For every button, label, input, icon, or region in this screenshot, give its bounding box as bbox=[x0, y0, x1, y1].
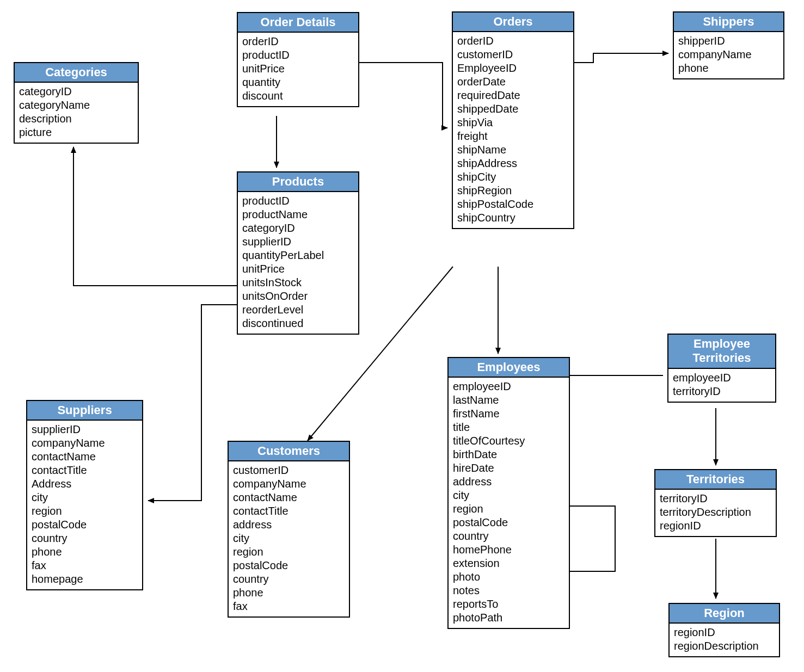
entity-suppliers: Suppliers supplierIDcompanyNamecontactNa… bbox=[26, 400, 143, 590]
entity-title: Orders bbox=[453, 13, 573, 32]
entity-title: Employee Territories bbox=[668, 335, 775, 369]
entity-field: territoryID bbox=[660, 492, 771, 505]
entity-employee-territories: Employee Territories employeeIDterritory… bbox=[667, 334, 776, 403]
entity-field: fax bbox=[233, 600, 345, 613]
entity-field: homePhone bbox=[453, 543, 564, 557]
entity-field: postalCode bbox=[453, 516, 564, 529]
entity-field: region bbox=[233, 545, 345, 559]
entity-field: notes bbox=[453, 584, 564, 597]
entity-field: shipVia bbox=[457, 116, 569, 130]
entity-field: quantity bbox=[242, 76, 354, 89]
entity-field: city bbox=[233, 532, 345, 545]
entity-field: orderID bbox=[242, 35, 354, 48]
entity-field: companyName bbox=[233, 477, 345, 491]
entity-fields: orderIDcustomerIDEmployeeIDorderDaterequ… bbox=[453, 32, 573, 228]
entity-products: Products productIDproductNamecategoryIDs… bbox=[237, 171, 359, 335]
entity-field: employeeID bbox=[673, 371, 771, 385]
entity-field: postalCode bbox=[233, 559, 345, 572]
entity-field: territoryDescription bbox=[660, 505, 771, 519]
entity-field: reportsTo bbox=[453, 597, 564, 611]
entity-field: photoPath bbox=[453, 611, 564, 625]
entity-field: picture bbox=[19, 126, 133, 139]
entity-customers: Customers customerIDcompanyNamecontactNa… bbox=[228, 441, 350, 618]
entity-field: requiredDate bbox=[457, 89, 569, 102]
entity-field: fax bbox=[32, 559, 138, 572]
entity-field: phone bbox=[678, 61, 779, 75]
entity-field: shipName bbox=[457, 143, 569, 157]
entity-field: customerID bbox=[457, 48, 569, 61]
entity-field: reorderLevel bbox=[242, 303, 354, 317]
entity-fields: territoryIDterritoryDescriptionregionID bbox=[655, 490, 776, 536]
entity-fields: employeeIDlastNamefirstNametitletitleOfC… bbox=[449, 378, 569, 628]
entity-field: unitPrice bbox=[242, 62, 354, 76]
entity-fields: employeeIDterritoryID bbox=[668, 369, 775, 402]
entity-field: country bbox=[32, 532, 138, 545]
entity-field: contactTitle bbox=[32, 464, 138, 477]
entity-field: productID bbox=[242, 48, 354, 62]
entity-field: shippedDate bbox=[457, 102, 569, 116]
entity-fields: shipperIDcompanyNamephone bbox=[674, 32, 783, 78]
entity-field: regionID bbox=[660, 519, 771, 533]
entity-field: phone bbox=[233, 586, 345, 600]
entity-field: address bbox=[453, 475, 564, 489]
entity-field: orderID bbox=[457, 34, 569, 48]
entity-field: titleOfCourtesy bbox=[453, 434, 564, 448]
entity-field: postalCode bbox=[32, 518, 138, 532]
entity-field: orderDate bbox=[457, 75, 569, 89]
entity-field: shipRegion bbox=[457, 184, 569, 198]
entity-employees: Employees employeeIDlastNamefirstNametit… bbox=[447, 357, 570, 629]
entity-fields: orderIDproductIDunitPricequantitydiscoun… bbox=[238, 33, 358, 106]
entity-fields: customerIDcompanyNamecontactNamecontactT… bbox=[229, 461, 349, 616]
entity-title: Territories bbox=[655, 470, 776, 490]
entity-field: phone bbox=[32, 545, 138, 559]
entity-fields: productIDproductNamecategoryIDsupplierID… bbox=[238, 192, 358, 334]
entity-field: lastName bbox=[453, 393, 564, 407]
entity-field: Address bbox=[32, 477, 138, 491]
entity-field: photo bbox=[453, 570, 564, 584]
entity-title: Employees bbox=[449, 358, 569, 378]
entity-field: employeeID bbox=[453, 380, 564, 393]
entity-title: Region bbox=[670, 604, 779, 624]
entity-field: productID bbox=[242, 194, 354, 208]
entity-field: unitsOnOrder bbox=[242, 289, 354, 303]
entity-field: regionID bbox=[674, 626, 775, 639]
entity-field: shipCountry bbox=[457, 211, 569, 225]
entity-region: Region regionIDregionDescription bbox=[668, 603, 780, 657]
entity-field: region bbox=[453, 502, 564, 516]
entity-field: productName bbox=[242, 208, 354, 221]
entity-field: companyName bbox=[678, 48, 779, 61]
entity-field: supplierID bbox=[32, 423, 138, 436]
entity-field: companyName bbox=[32, 436, 138, 450]
entity-categories: Categories categoryIDcategoryNamedescrip… bbox=[14, 62, 139, 144]
entity-field: extension bbox=[453, 557, 564, 570]
entity-field: region bbox=[32, 504, 138, 518]
entity-field: freight bbox=[457, 130, 569, 143]
entity-field: country bbox=[233, 572, 345, 586]
entity-orders: Orders orderIDcustomerIDEmployeeIDorderD… bbox=[452, 11, 574, 229]
entity-field: territoryID bbox=[673, 385, 771, 398]
entity-field: unitPrice bbox=[242, 262, 354, 276]
entity-field: customerID bbox=[233, 464, 345, 477]
entity-field: shipAddress bbox=[457, 157, 569, 170]
entity-shippers: Shippers shipperIDcompanyNamephone bbox=[673, 11, 784, 79]
entity-fields: supplierIDcompanyNamecontactNamecontactT… bbox=[27, 421, 142, 589]
entity-title: Shippers bbox=[674, 13, 783, 32]
entity-field: EmployeeID bbox=[457, 61, 569, 75]
entity-field: discontinued bbox=[242, 317, 354, 330]
entity-field: shipCity bbox=[457, 170, 569, 184]
entity-field: hireDate bbox=[453, 461, 564, 475]
entity-field: description bbox=[19, 112, 133, 126]
entity-field: contactName bbox=[233, 491, 345, 504]
entity-field: city bbox=[453, 489, 564, 502]
entity-title: Suppliers bbox=[27, 401, 142, 421]
entity-field: shipPostalCode bbox=[457, 198, 569, 211]
entity-fields: categoryIDcategoryNamedescriptionpicture bbox=[15, 83, 138, 143]
entity-field: address bbox=[233, 518, 345, 532]
entity-order-details: Order Details orderIDproductIDunitPriceq… bbox=[237, 12, 359, 107]
entity-field: categoryName bbox=[19, 98, 133, 112]
entity-field: homepage bbox=[32, 572, 138, 586]
entity-field: birthDate bbox=[453, 448, 564, 461]
entity-territories: Territories territoryIDterritoryDescript… bbox=[654, 469, 777, 537]
entity-field: quantityPerLabel bbox=[242, 249, 354, 262]
entity-field: unitsInStock bbox=[242, 276, 354, 289]
